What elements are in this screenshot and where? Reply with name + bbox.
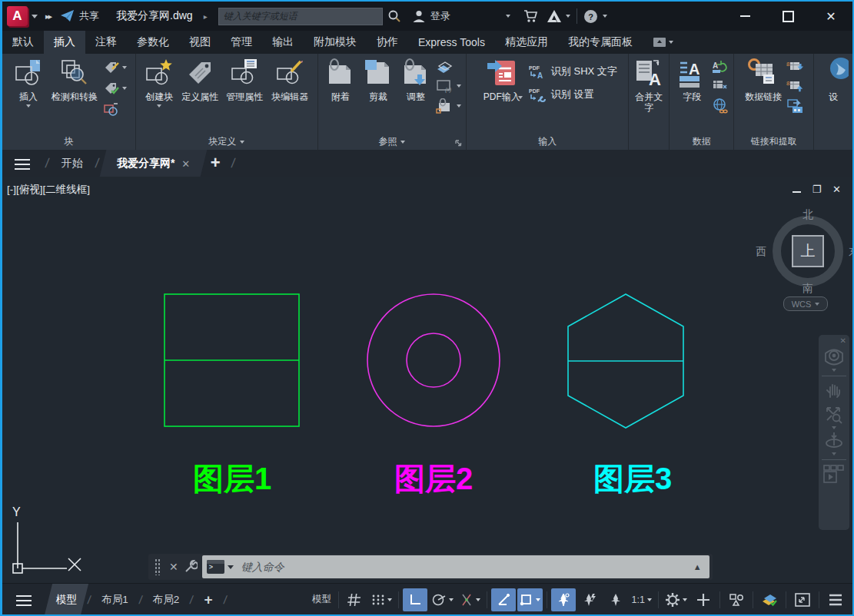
help-caret-icon[interactable]	[603, 15, 607, 18]
zoom-caret-icon[interactable]	[832, 426, 836, 429]
command-caret-icon[interactable]	[228, 565, 234, 569]
tab-parametric[interactable]: 参数化	[127, 31, 179, 54]
isolate-objects-button[interactable]	[691, 588, 716, 611]
cell-style-button[interactable]	[712, 79, 729, 93]
tab-layout2[interactable]: 布局2	[145, 584, 188, 615]
ucs-icon[interactable]: Y	[12, 505, 81, 573]
app-menu-button[interactable]: A	[7, 6, 28, 26]
attribute-edit-button[interactable]	[103, 60, 127, 75]
layer1-label[interactable]: 图层1	[193, 462, 271, 495]
scale-dropdown[interactable]: 1:1	[630, 588, 654, 611]
sign-in-caret-icon[interactable]	[506, 15, 510, 18]
recognize-shx-button[interactable]: PDF A 识别 SHX 文字	[528, 64, 617, 79]
frame-button[interactable]: (x)	[436, 79, 461, 93]
layout-menu-icon[interactable]	[16, 595, 32, 597]
panel-label-combine[interactable]	[629, 134, 669, 150]
clip-button[interactable]: 剪裁	[361, 56, 396, 104]
autodesk-logo-icon[interactable]	[546, 9, 563, 23]
download-from-source-button[interactable]: 8	[786, 60, 805, 74]
layer2-outer-circle[interactable]	[367, 294, 500, 426]
tab-view[interactable]: 视图	[179, 31, 221, 54]
insert-block-button[interactable]: 插入	[11, 56, 46, 109]
underlay-layers-button[interactable]	[436, 60, 461, 74]
workspace-switching-button[interactable]	[663, 588, 690, 611]
isodraft-toggle[interactable]	[457, 588, 483, 611]
panel-label-block[interactable]: 块	[2, 134, 135, 150]
command-palette[interactable]: ✕ ▲	[148, 554, 713, 580]
tab-featured-apps[interactable]: 精选应用	[495, 31, 558, 54]
annotation-visibility-toggle[interactable]	[551, 588, 576, 611]
pan-hand-icon[interactable]	[824, 380, 844, 400]
zoom-extents-icon[interactable]	[824, 405, 844, 425]
grid-toggle[interactable]	[343, 588, 367, 611]
search-box[interactable]	[218, 8, 383, 25]
drawing-canvas[interactable]: [-][俯视][二维线框] ❐ ✕ 图层1 图层2 图层3 Y	[2, 177, 852, 583]
quick-access-expand-icon[interactable]: ▸▸	[45, 12, 51, 22]
autodesk-caret-icon[interactable]	[566, 15, 570, 18]
hardware-acceleration-button[interactable]	[757, 588, 782, 611]
panel-label-linking[interactable]: 链接和提取	[734, 134, 813, 150]
layer2-inner-circle[interactable]	[407, 333, 460, 387]
recognition-settings-button[interactable]: PDF 识别 设置	[528, 87, 617, 102]
close-button[interactable]: ✕	[809, 5, 852, 28]
tab-start[interactable]: 开始	[54, 150, 91, 177]
attribute-sync-button[interactable]	[103, 81, 127, 96]
help-icon[interactable]: ?	[583, 9, 598, 24]
share-icon[interactable]	[60, 9, 75, 23]
tab-addins[interactable]: 附加模块	[304, 31, 367, 54]
steering-wheel-icon[interactable]	[823, 346, 845, 367]
sign-in-button[interactable]: 登录	[430, 9, 450, 23]
adjust-button[interactable]: 调整	[398, 56, 434, 104]
layer2-label[interactable]: 图层2	[394, 462, 473, 495]
detect-convert-button[interactable]: 检测和转换	[48, 56, 101, 107]
object-snap-tracking-toggle[interactable]	[491, 588, 516, 611]
panel-label-block-definition[interactable]: 块定义	[136, 134, 317, 150]
command-line[interactable]: ▲	[202, 555, 709, 578]
data-link-button[interactable]: 数据链接	[743, 56, 784, 104]
new-layout-button[interactable]: +	[197, 584, 221, 615]
define-attributes-button[interactable]: 定义属性	[179, 56, 221, 104]
auto-annotation-scale-toggle[interactable]	[577, 588, 602, 611]
orbit-caret-icon[interactable]	[832, 452, 836, 455]
tab-output[interactable]: 输出	[262, 31, 304, 54]
command-close-icon[interactable]: ✕	[164, 561, 184, 573]
block-editor-button[interactable]: 块编辑器	[268, 56, 311, 104]
block-replace-button[interactable]	[103, 101, 127, 117]
polar-tracking-toggle[interactable]	[429, 588, 456, 611]
file-tabs-menu-icon[interactable]	[15, 159, 30, 161]
search-input[interactable]	[219, 11, 382, 22]
create-block-button[interactable]: 创建块	[141, 56, 177, 109]
snap-toggle[interactable]	[369, 588, 394, 611]
tab-insert[interactable]: 插入	[44, 31, 85, 54]
app-menu-caret-icon[interactable]	[32, 15, 38, 18]
customization-button[interactable]	[823, 588, 848, 611]
search-icon[interactable]	[387, 9, 401, 23]
command-history-icon[interactable]: ▲	[693, 562, 702, 571]
ribbon-collapse-button[interactable]	[653, 31, 673, 54]
command-terminal-icon[interactable]	[207, 560, 224, 574]
upload-to-source-button[interactable]: 8	[786, 79, 805, 93]
compass-north[interactable]: 北	[802, 208, 813, 222]
graphics-performance-button[interactable]	[724, 588, 749, 611]
tab-express-tools[interactable]: Express Tools	[408, 31, 495, 54]
drawing-entities[interactable]: 图层1 图层2 图层3 Y	[2, 177, 852, 583]
extract-data-button[interactable]	[786, 98, 805, 114]
update-fields-button[interactable]: A	[712, 60, 729, 74]
tab-model[interactable]: 模型	[45, 584, 88, 615]
pdf-import-button[interactable]: PDF输入	[478, 56, 526, 107]
compass-south[interactable]: 南	[802, 282, 813, 296]
snap-to-underlay-button[interactable]	[436, 98, 461, 114]
dialog-launcher-icon[interactable]	[454, 139, 462, 147]
tab-current-drawing[interactable]: 我爱分享网* ✕	[100, 150, 208, 177]
tab-annotate[interactable]: 注释	[85, 31, 127, 54]
ortho-toggle[interactable]	[403, 588, 427, 611]
layer3-label[interactable]: 图层3	[593, 462, 672, 495]
hyperlink-button[interactable]	[712, 98, 729, 114]
panel-label-data[interactable]: 数据	[670, 134, 733, 150]
tab-manage[interactable]: 管理	[221, 31, 262, 54]
share-button[interactable]: 共享	[79, 9, 99, 23]
panel-label-location[interactable]	[814, 134, 852, 150]
clean-screen-button[interactable]	[790, 588, 815, 611]
annotation-scale-button[interactable]	[603, 588, 628, 611]
combine-text-button[interactable]: A 合并文字	[630, 56, 667, 114]
